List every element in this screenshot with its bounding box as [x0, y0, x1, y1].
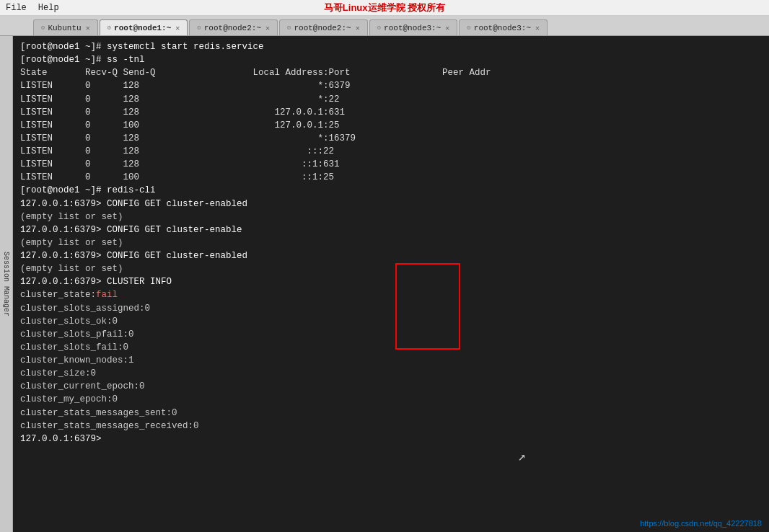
terminal-line: LISTEN 0 100 ::1:25: [20, 171, 762, 184]
terminal-line: (empty list or set): [20, 262, 762, 275]
menu-file[interactable]: File: [6, 3, 27, 13]
tab-label-kubuntu: Kubuntu: [48, 24, 81, 32]
tab-node3a[interactable]: ⚙ root@node3:~ ✕: [369, 19, 458, 35]
terminal-line: [root@node1 ~]# systemctl start redis.se…: [20, 40, 762, 53]
tab-icon-node3b: ⚙: [467, 24, 470, 32]
terminal-line: 127.0.0.1:6379>: [20, 433, 762, 445]
tab-close-kubuntu[interactable]: ✕: [86, 24, 90, 32]
terminal-line: cluster_slots_ok:0: [20, 315, 762, 328]
main-layout: Session Manager [root@node1 ~]# systemct…: [0, 36, 769, 532]
tab-label-node1: root@node1:~: [114, 24, 171, 32]
tab-bar: ⚙ Kubuntu ✕ ⚙ root@node1:~ ✕ ⚙ root@node…: [0, 16, 769, 36]
tab-icon-node2a: ⚙: [197, 24, 201, 32]
terminal-line: LISTEN 0 128 ::1:631: [20, 158, 762, 171]
tab-icon-node2b: ⚙: [287, 24, 291, 32]
mouse-cursor: ↗: [518, 448, 526, 464]
terminal-line: LISTEN 0 128 *:16379: [20, 132, 762, 145]
tab-label-node3a: root@node3:~: [384, 24, 441, 32]
terminal-line: cluster_my_epoch:0: [20, 393, 762, 406]
terminal-line: cluster_stats_messages_sent:0: [20, 407, 762, 420]
terminal-line: 127.0.0.1:6379> CONFIG GET cluster-enabl…: [20, 249, 762, 262]
menu-bar: File 马哥Linux运维学院 授权所有 Help: [0, 0, 769, 16]
tab-label-node2a: root@node2:~: [204, 24, 261, 32]
terminal-line: cluster_size:0: [20, 367, 762, 380]
tab-close-node1[interactable]: ✕: [175, 24, 180, 32]
tab-close-node2b[interactable]: ✕: [356, 24, 360, 32]
session-sidebar: Session Manager: [0, 36, 13, 532]
tab-kubuntu[interactable]: ⚙ Kubuntu ✕: [33, 19, 98, 35]
terminal-line: 127.0.0.1:6379> CONFIG GET cluster-enabl…: [20, 198, 762, 210]
session-label: Session Manager: [2, 252, 10, 316]
menu-help[interactable]: Help: [38, 3, 59, 13]
terminal-line: cluster_known_nodes:1: [20, 354, 762, 367]
terminal-line: cluster_current_epoch:0: [20, 380, 762, 393]
menu-title: 马哥Linux运维学院 授权所有: [324, 1, 445, 14]
terminal-line: State Recv-Q Send-Q Local Address:Port P…: [20, 66, 762, 79]
terminal-line: (empty list or set): [20, 210, 762, 223]
terminal-line: cluster_slots_fail:0: [20, 341, 762, 354]
terminal-line: cluster_slots_pfail:0: [20, 328, 762, 341]
tab-node2b[interactable]: ⚙ root@node2:~ ✕: [279, 19, 368, 35]
tab-icon-kubuntu: ⚙: [41, 24, 45, 32]
tab-close-node3b[interactable]: ✕: [535, 24, 540, 32]
terminal-content: [root@node1 ~]# systemctl start redis.se…: [20, 40, 762, 445]
tab-close-node2a[interactable]: ✕: [265, 24, 270, 32]
tab-node2a[interactable]: ⚙ root@node2:~ ✕: [189, 19, 278, 35]
terminal-line: 127.0.0.1:6379> CONFIG GET cluster-enabl…: [20, 223, 762, 236]
tab-icon-node1: ⚙: [107, 24, 111, 32]
terminal-line: [root@node1 ~]# redis-cli: [20, 184, 762, 197]
watermark: https://blog.csdn.net/qq_42227818: [640, 519, 762, 528]
tab-close-node3a[interactable]: ✕: [445, 24, 449, 32]
tab-icon-node3a: ⚙: [377, 24, 381, 32]
terminal-line: cluster_stats_messages_received:0: [20, 420, 762, 433]
terminal-line: cluster_slots_assigned:0: [20, 302, 762, 315]
terminal-line: LISTEN 0 100 127.0.0.1:25: [20, 119, 762, 132]
terminal-line: LISTEN 0 128 :::22: [20, 145, 762, 158]
terminal-line: (empty list or set): [20, 236, 762, 249]
tab-node1[interactable]: ⚙ root@node1:~ ✕: [100, 19, 188, 35]
terminal-line: cluster_state:fail: [20, 288, 762, 301]
terminal-line: LISTEN 0 128 *:6379: [20, 79, 762, 92]
terminal-line: LISTEN 0 128 *:22: [20, 93, 762, 106]
tab-label-node3b: root@node3:~: [474, 24, 531, 32]
terminal-line: LISTEN 0 128 127.0.0.1:631: [20, 106, 762, 119]
terminal[interactable]: [root@node1 ~]# systemctl start redis.se…: [13, 36, 769, 532]
terminal-line: 127.0.0.1:6379> CLUSTER INFO: [20, 275, 762, 288]
terminal-line: [root@node1 ~]# ss -tnl: [20, 53, 762, 66]
tab-label-node2b: root@node2:~: [294, 24, 351, 32]
tab-node3b[interactable]: ⚙ root@node3:~ ✕: [459, 19, 548, 35]
